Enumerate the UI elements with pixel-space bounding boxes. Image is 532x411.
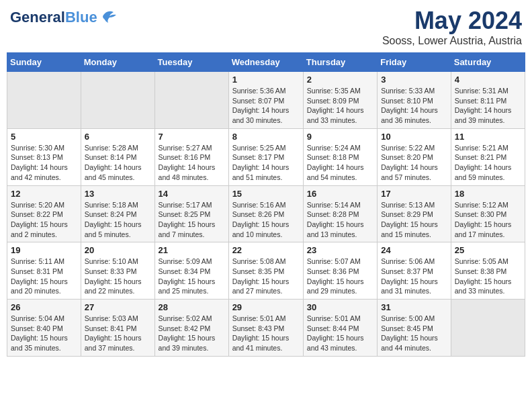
- day-info: Sunrise: 5:14 AMSunset: 8:28 PMDaylight:…: [307, 200, 373, 240]
- day-number: 16: [307, 189, 373, 199]
- calendar-cell: 9Sunrise: 5:24 AMSunset: 8:18 PMDaylight…: [303, 128, 377, 185]
- day-number: 13: [85, 189, 151, 199]
- day-info: Sunrise: 5:24 AMSunset: 8:18 PMDaylight:…: [307, 143, 373, 183]
- calendar-cell: 29Sunrise: 5:01 AMSunset: 8:43 PMDayligh…: [228, 300, 303, 357]
- weekday-monday: Monday: [81, 53, 154, 72]
- calendar-cell: 15Sunrise: 5:16 AMSunset: 8:26 PMDayligh…: [228, 185, 303, 242]
- day-info: Sunrise: 5:00 AMSunset: 8:45 PMDaylight:…: [381, 314, 447, 353]
- calendar-cell: 7Sunrise: 5:27 AMSunset: 8:16 PMDaylight…: [154, 128, 228, 185]
- calendar-cell: 16Sunrise: 5:14 AMSunset: 8:28 PMDayligh…: [303, 185, 377, 242]
- month-title: May 2024: [382, 7, 522, 35]
- weekday-sunday: Sunday: [7, 53, 81, 72]
- day-number: 5: [11, 132, 77, 142]
- day-info: Sunrise: 5:03 AMSunset: 8:41 PMDaylight:…: [85, 314, 151, 353]
- day-number: 10: [381, 132, 447, 142]
- day-number: 30: [307, 302, 373, 312]
- day-number: 17: [381, 189, 447, 199]
- day-number: 9: [307, 132, 373, 142]
- calendar-cell: 3Sunrise: 5:33 AMSunset: 8:10 PMDaylight…: [378, 72, 451, 129]
- calendar-cell: 13Sunrise: 5:18 AMSunset: 8:24 PMDayligh…: [81, 185, 154, 242]
- day-info: Sunrise: 5:06 AMSunset: 8:37 PMDaylight:…: [381, 257, 447, 296]
- day-number: 19: [11, 245, 77, 255]
- calendar-cell: 25Sunrise: 5:05 AMSunset: 8:38 PMDayligh…: [451, 242, 525, 300]
- day-info: Sunrise: 5:09 AMSunset: 8:34 PMDaylight:…: [159, 257, 225, 296]
- day-number: 3: [381, 75, 447, 85]
- calendar-week-1: 1Sunrise: 5:36 AMSunset: 8:07 PMDaylight…: [7, 72, 525, 129]
- day-info: Sunrise: 5:30 AMSunset: 8:13 PMDaylight:…: [11, 143, 77, 183]
- calendar-header: SundayMondayTuesdayWednesdayThursdayFrid…: [7, 53, 525, 72]
- calendar-cell: 10Sunrise: 5:22 AMSunset: 8:20 PMDayligh…: [378, 128, 451, 185]
- calendar-cell: 5Sunrise: 5:30 AMSunset: 8:13 PMDaylight…: [7, 128, 81, 185]
- day-info: Sunrise: 5:04 AMSunset: 8:40 PMDaylight:…: [11, 314, 77, 353]
- logo-bird-icon: [100, 7, 119, 29]
- day-number: 14: [159, 189, 225, 199]
- calendar-cell: 1Sunrise: 5:36 AMSunset: 8:07 PMDaylight…: [228, 72, 303, 129]
- calendar-cell: 14Sunrise: 5:17 AMSunset: 8:25 PMDayligh…: [154, 185, 228, 242]
- weekday-thursday: Thursday: [303, 53, 377, 72]
- day-number: 1: [232, 75, 300, 85]
- calendar-cell: 24Sunrise: 5:06 AMSunset: 8:37 PMDayligh…: [378, 242, 451, 300]
- day-info: Sunrise: 5:13 AMSunset: 8:29 PMDaylight:…: [381, 200, 447, 240]
- day-number: 12: [11, 189, 77, 199]
- calendar-cell: 19Sunrise: 5:11 AMSunset: 8:31 PMDayligh…: [7, 242, 81, 300]
- day-info: Sunrise: 5:11 AMSunset: 8:31 PMDaylight:…: [11, 257, 77, 296]
- weekday-saturday: Saturday: [451, 53, 525, 72]
- day-info: Sunrise: 5:25 AMSunset: 8:17 PMDaylight:…: [232, 143, 300, 183]
- day-info: Sunrise: 5:01 AMSunset: 8:44 PMDaylight:…: [307, 314, 373, 353]
- day-info: Sunrise: 5:20 AMSunset: 8:22 PMDaylight:…: [11, 200, 77, 240]
- day-info: Sunrise: 5:17 AMSunset: 8:25 PMDaylight:…: [159, 200, 225, 240]
- day-number: 28: [159, 302, 225, 312]
- day-number: 29: [232, 302, 300, 312]
- day-number: 24: [381, 245, 447, 255]
- day-info: Sunrise: 5:28 AMSunset: 8:14 PMDaylight:…: [85, 143, 151, 183]
- calendar-table: SundayMondayTuesdayWednesdayThursdayFrid…: [7, 52, 525, 357]
- day-number: 22: [232, 245, 300, 255]
- day-number: 31: [381, 302, 447, 312]
- calendar-body: 1Sunrise: 5:36 AMSunset: 8:07 PMDaylight…: [7, 72, 525, 357]
- title-block: May 2024 Sooss, Lower Austria, Austria: [382, 7, 522, 47]
- calendar-cell: 31Sunrise: 5:00 AMSunset: 8:45 PMDayligh…: [378, 300, 451, 357]
- day-number: 6: [85, 132, 151, 142]
- day-number: 27: [85, 302, 151, 312]
- calendar-cell: [81, 72, 154, 129]
- day-info: Sunrise: 5:18 AMSunset: 8:24 PMDaylight:…: [85, 200, 151, 240]
- calendar-week-2: 5Sunrise: 5:30 AMSunset: 8:13 PMDaylight…: [7, 128, 525, 185]
- day-number: 25: [455, 245, 521, 255]
- day-number: 8: [232, 132, 300, 142]
- calendar-cell: 8Sunrise: 5:25 AMSunset: 8:17 PMDaylight…: [228, 128, 303, 185]
- calendar-cell: 18Sunrise: 5:12 AMSunset: 8:30 PMDayligh…: [451, 185, 525, 242]
- day-number: 15: [232, 189, 300, 199]
- weekday-wednesday: Wednesday: [228, 53, 303, 72]
- weekday-tuesday: Tuesday: [154, 53, 228, 72]
- day-number: 23: [307, 245, 373, 255]
- day-info: Sunrise: 5:31 AMSunset: 8:11 PMDaylight:…: [455, 86, 521, 126]
- page-header: GeneralBlue May 2024 Sooss, Lower Austri…: [7, 7, 525, 47]
- day-number: 26: [11, 302, 77, 312]
- calendar-cell: 2Sunrise: 5:35 AMSunset: 8:09 PMDaylight…: [303, 72, 377, 129]
- location-title: Sooss, Lower Austria, Austria: [382, 35, 522, 47]
- day-number: 20: [85, 245, 151, 255]
- logo-general: General: [10, 9, 65, 26]
- calendar-cell: [451, 300, 525, 357]
- weekday-header-row: SundayMondayTuesdayWednesdayThursdayFrid…: [7, 53, 525, 72]
- calendar-cell: 30Sunrise: 5:01 AMSunset: 8:44 PMDayligh…: [303, 300, 377, 357]
- day-number: 2: [307, 75, 373, 85]
- day-number: 4: [455, 75, 521, 85]
- calendar-cell: 23Sunrise: 5:07 AMSunset: 8:36 PMDayligh…: [303, 242, 377, 300]
- day-number: 18: [455, 189, 521, 199]
- calendar-cell: 21Sunrise: 5:09 AMSunset: 8:34 PMDayligh…: [154, 242, 228, 300]
- calendar-week-3: 12Sunrise: 5:20 AMSunset: 8:22 PMDayligh…: [7, 185, 525, 242]
- day-info: Sunrise: 5:02 AMSunset: 8:42 PMDaylight:…: [159, 314, 225, 353]
- calendar-cell: [154, 72, 228, 129]
- calendar-cell: 28Sunrise: 5:02 AMSunset: 8:42 PMDayligh…: [154, 300, 228, 357]
- day-info: Sunrise: 5:22 AMSunset: 8:20 PMDaylight:…: [381, 143, 447, 183]
- calendar-cell: 26Sunrise: 5:04 AMSunset: 8:40 PMDayligh…: [7, 300, 81, 357]
- calendar-cell: 11Sunrise: 5:21 AMSunset: 8:21 PMDayligh…: [451, 128, 525, 185]
- day-info: Sunrise: 5:10 AMSunset: 8:33 PMDaylight:…: [85, 257, 151, 296]
- calendar-cell: 20Sunrise: 5:10 AMSunset: 8:33 PMDayligh…: [81, 242, 154, 300]
- logo-blue: Blue: [65, 9, 97, 26]
- day-info: Sunrise: 5:21 AMSunset: 8:21 PMDaylight:…: [455, 143, 521, 183]
- day-number: 11: [455, 132, 521, 142]
- day-number: 21: [159, 245, 225, 255]
- calendar-cell: 12Sunrise: 5:20 AMSunset: 8:22 PMDayligh…: [7, 185, 81, 242]
